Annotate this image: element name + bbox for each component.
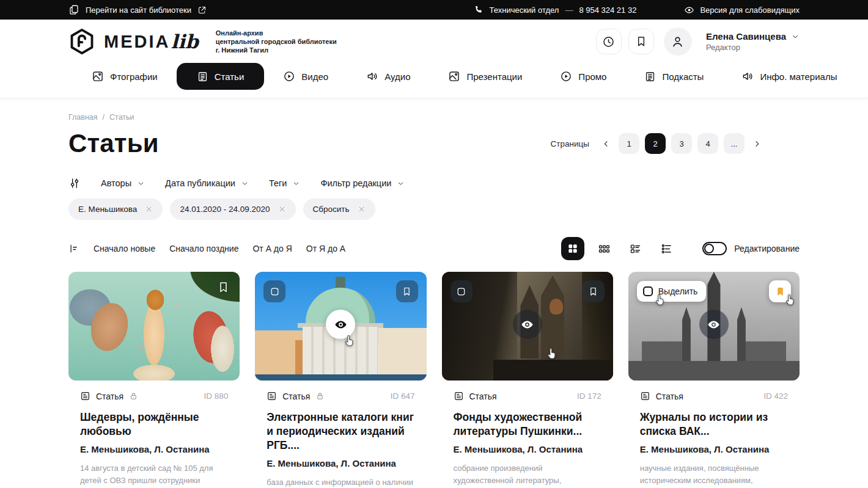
- breadcrumb-home[interactable]: Главная: [68, 113, 98, 122]
- presentation-icon: [448, 70, 460, 82]
- eye-icon: [520, 318, 534, 332]
- avatar[interactable]: [664, 27, 692, 56]
- history-button[interactable]: [596, 29, 622, 54]
- bookmark-toggle-active[interactable]: [769, 280, 791, 302]
- chip-reset[interactable]: Сбросить: [303, 198, 375, 220]
- user-menu[interactable]: Елена Савинцева Редактор: [706, 31, 800, 52]
- card-image[interactable]: [68, 272, 240, 381]
- sort-oldest[interactable]: Сначало поздние: [169, 244, 238, 253]
- card-description: база данных с информацией о наличии изда…: [267, 476, 414, 488]
- sort-newest[interactable]: Сначало новые: [94, 244, 155, 253]
- tab-label: Аудио: [384, 71, 410, 82]
- page-button-4[interactable]: 4: [697, 133, 718, 154]
- sort-z-a[interactable]: От Я до А: [306, 244, 345, 253]
- card-image[interactable]: Выделить: [628, 272, 800, 381]
- topbar-right: Технический отдел — 8 954 324 21 32 Верс…: [474, 5, 800, 15]
- chevron-down-icon: [241, 180, 249, 188]
- page-button-ellipsis[interactable]: ...: [724, 133, 745, 154]
- image-fragment: [255, 374, 426, 381]
- external-link-icon: [197, 5, 207, 15]
- tab-label: Фтографии: [110, 71, 158, 82]
- tab-info-materials[interactable]: Инфо. материалы: [741, 63, 837, 90]
- filter-label: Дата публикации: [165, 178, 235, 188]
- filter-authors[interactable]: Авторы: [101, 178, 145, 188]
- document-icon: [644, 71, 656, 82]
- tab-audio[interactable]: Аудио: [366, 63, 410, 90]
- person-icon: [671, 35, 685, 49]
- toggle-switch[interactable]: [702, 242, 727, 255]
- checkbox-icon[interactable]: [643, 286, 653, 296]
- bookmark-toggle[interactable]: [583, 280, 605, 302]
- tab-label: Статьи: [215, 71, 245, 82]
- filter-tags[interactable]: Теги: [269, 178, 301, 188]
- accessibility-link[interactable]: Версия для слабовидящих: [684, 5, 800, 15]
- select-checkbox[interactable]: [263, 280, 285, 302]
- card-image[interactable]: [255, 272, 426, 381]
- card-body: Статья ID 880 Шедевры, рождённые любовью…: [68, 381, 240, 488]
- select-checkbox[interactable]: [451, 280, 473, 302]
- site-link[interactable]: Перейти на сайт библиотеки: [68, 4, 207, 15]
- phone-dash: —: [565, 5, 573, 15]
- editing-toggle[interactable]: Редактирование: [702, 242, 800, 255]
- tab-photos[interactable]: Фтографии: [92, 63, 158, 90]
- image-fragment: [642, 341, 686, 362]
- card-title[interactable]: Электронные каталоги книг и периодически…: [267, 410, 414, 453]
- cards-grid: Статья ID 880 Шедевры, рождённые любовью…: [68, 272, 800, 488]
- tab-podcasts[interactable]: Подкасты: [644, 63, 704, 90]
- bookmark-toggle[interactable]: [217, 281, 230, 294]
- phone-label: Технический отдел: [490, 5, 559, 15]
- image-fragment: [628, 361, 800, 381]
- tab-presentations[interactable]: Презентации: [448, 63, 522, 90]
- tab-articles[interactable]: Статьи: [177, 63, 265, 90]
- view-grid-large-button[interactable]: [561, 237, 584, 260]
- view-detailed-list-button[interactable]: [655, 237, 678, 260]
- preview-button[interactable]: [513, 310, 542, 339]
- image-fragment: [737, 307, 746, 365]
- bookmark-icon: [775, 286, 785, 297]
- page-button-1[interactable]: 1: [619, 133, 639, 154]
- card-title[interactable]: Журналы по истории из списка ВАК...: [640, 410, 788, 439]
- chip-remove-icon[interactable]: [278, 205, 286, 213]
- breadcrumb: Главная / Статьи: [68, 113, 800, 122]
- view-list-button[interactable]: [623, 237, 647, 260]
- bookmark-toggle[interactable]: [396, 280, 418, 302]
- medialib-logo[interactable]: MEDIAlib: [68, 27, 199, 56]
- chip-author[interactable]: Е. Меньшикова: [68, 198, 163, 220]
- tab-video[interactable]: Видео: [283, 63, 328, 90]
- chevron-right-icon: [752, 139, 762, 148]
- page-button-3[interactable]: 3: [671, 133, 692, 154]
- bookmarks-button[interactable]: [628, 29, 654, 54]
- filters-icon[interactable]: [68, 177, 81, 189]
- main-nav: Фтографии Статьи Видео Аудио Презентации: [92, 63, 800, 98]
- sort-a-z[interactable]: От А до Я: [252, 244, 292, 253]
- image-fragment: [144, 286, 167, 313]
- filter-editorial[interactable]: Фильтр редакции: [320, 178, 405, 188]
- pagination-next-button[interactable]: [750, 139, 764, 148]
- card-title[interactable]: Шедевры, рождённые любовью: [80, 410, 228, 439]
- phone-group[interactable]: Технический отдел — 8 954 324 21 32: [474, 5, 637, 15]
- card-image[interactable]: [442, 272, 613, 381]
- card-id: ID 422: [763, 391, 788, 401]
- select-tooltip-label: Выделить: [658, 286, 698, 296]
- tab-label: Инфо. материалы: [760, 71, 837, 82]
- chip-remove-icon[interactable]: [358, 205, 366, 213]
- main-content: Главная / Статьи Статьи Страницы 1 2 3 4…: [0, 98, 868, 488]
- select-tooltip[interactable]: Выделить: [637, 281, 707, 302]
- card-article-172: Статья ID 172 Фонды художественной литер…: [442, 272, 613, 488]
- accessibility-label: Версия для слабовидящих: [700, 5, 800, 15]
- chip-date-range[interactable]: 24.01.2020 - 24.09.2020: [170, 198, 295, 220]
- card-type: Статья: [282, 391, 310, 401]
- view-grid-small-button[interactable]: [592, 237, 616, 260]
- bookmark-icon: [402, 286, 412, 297]
- chip-remove-icon[interactable]: [145, 205, 153, 213]
- filter-publication-date[interactable]: Дата публикации: [165, 178, 249, 188]
- preview-button[interactable]: [699, 310, 729, 339]
- tab-promo[interactable]: Промо: [560, 63, 606, 90]
- card-authors: Е. Меньшикова, Л. Останина: [454, 444, 601, 454]
- eye-icon: [334, 318, 348, 332]
- play-circle-icon: [283, 70, 295, 82]
- pagination-prev-button[interactable]: [599, 139, 613, 148]
- page-button-2-active[interactable]: 2: [645, 133, 666, 154]
- card-title[interactable]: Фонды художественной литературы Пушкинки…: [454, 410, 601, 439]
- card-authors: Е. Меньшикова, Л. Останина: [267, 458, 414, 468]
